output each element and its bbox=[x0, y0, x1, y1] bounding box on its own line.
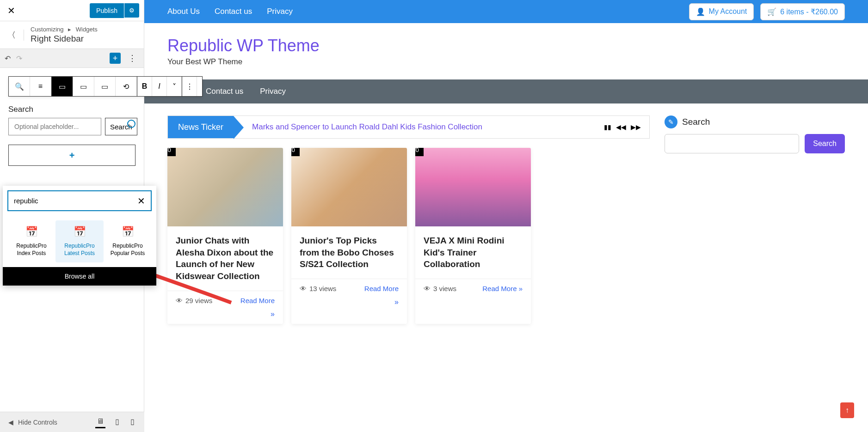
publish-settings-button[interactable]: ⚙ bbox=[124, 3, 139, 18]
post-views: 👁29 views bbox=[176, 297, 212, 304]
sidebar-search-label: Search bbox=[682, 117, 710, 127]
post-image bbox=[415, 148, 531, 226]
link-icon[interactable]: ⟲ bbox=[116, 77, 137, 96]
calendar-icon: 📅 bbox=[11, 226, 52, 238]
sidebar-search-input[interactable] bbox=[665, 134, 799, 153]
sidebar-search-button[interactable]: Search bbox=[805, 134, 845, 153]
hide-controls-label: Hide Controls bbox=[18, 419, 57, 426]
search-block-icon[interactable]: 🔍 bbox=[9, 77, 30, 96]
block-option-label: RepublicPro Latest Posts bbox=[59, 243, 100, 257]
undo-icon[interactable]: ↶ bbox=[5, 54, 11, 63]
preview-pane: About Us Contact us Privacy 👤 My Account… bbox=[144, 0, 868, 432]
top-navigation: About Us Contact us Privacy 👤 My Account… bbox=[144, 0, 868, 23]
chevron-right-icon: » bbox=[167, 310, 283, 324]
plus-icon: + bbox=[69, 150, 75, 161]
ticker-next-icon[interactable]: ▶▶ bbox=[631, 123, 641, 131]
post-badge: 0 bbox=[167, 148, 176, 156]
nav-about-us[interactable]: About Us bbox=[167, 7, 200, 16]
my-account-button[interactable]: 👤 My Account bbox=[689, 3, 754, 20]
more-options-button[interactable]: ⋮ bbox=[125, 53, 139, 63]
ticker-prev-icon[interactable]: ◀◀ bbox=[616, 123, 626, 131]
eye-icon: 👁 bbox=[176, 297, 183, 304]
layout-option-1[interactable]: ▭ bbox=[52, 77, 73, 96]
ticker-label: News Ticker bbox=[168, 116, 234, 138]
redo-icon[interactable]: ↷ bbox=[16, 54, 22, 63]
tablet-preview-button[interactable]: ▯ bbox=[114, 416, 121, 428]
cart-icon: 🛒 bbox=[767, 7, 776, 16]
post-title: Junior Chats with Alesha Dixon about the… bbox=[176, 235, 275, 282]
cart-label: 6 items - ₹260.00 bbox=[780, 7, 838, 16]
ticker-pause-icon[interactable]: ▮▮ bbox=[604, 123, 611, 131]
site-header: Republic WP Theme Your Best WP Theme bbox=[144, 23, 868, 79]
layout-option-3[interactable]: ▭ bbox=[94, 77, 116, 96]
align-icon[interactable]: ≡ bbox=[30, 77, 51, 96]
eye-icon: 👁 bbox=[424, 285, 431, 292]
post-badge: 0 bbox=[291, 148, 300, 156]
post-image bbox=[167, 148, 283, 226]
read-more-link[interactable]: Read More bbox=[240, 297, 275, 304]
search-widget-button[interactable]: Search bbox=[105, 118, 137, 135]
calendar-icon: 📅 bbox=[107, 226, 148, 238]
italic-button[interactable]: I bbox=[152, 77, 167, 96]
search-widget-label: Search bbox=[8, 105, 135, 114]
desktop-preview-button[interactable]: 🖥 bbox=[95, 416, 105, 428]
block-option-latest-posts[interactable]: 📅 RepublicPro Latest Posts bbox=[55, 220, 104, 262]
breadcrumb-sep: ▸ bbox=[68, 26, 71, 33]
edit-widget-button[interactable]: ✎ bbox=[665, 116, 677, 128]
calendar-icon: 📅 bbox=[59, 226, 100, 238]
block-option-label: RepublicPro Popular Posts bbox=[107, 243, 148, 257]
block-option-label: RepublicPro Index Posts bbox=[11, 243, 52, 257]
cart-button[interactable]: 🛒 6 items - ₹260.00 bbox=[760, 3, 845, 20]
sec-nav-item[interactable]: Privacy bbox=[260, 87, 286, 96]
insert-block-button[interactable]: + bbox=[8, 145, 135, 166]
post-card[interactable]: 0 Junior Chats with Alesha Dixon about t… bbox=[167, 148, 283, 324]
bold-button[interactable]: B bbox=[137, 77, 152, 96]
block-more-button[interactable]: ⋮ bbox=[182, 77, 197, 96]
sec-nav-item[interactable]: Contact us bbox=[206, 87, 243, 96]
clear-search-icon[interactable]: ✕ bbox=[137, 195, 145, 207]
post-title: Junior's Top Picks from the Bobo Choses … bbox=[300, 235, 399, 270]
search-placeholder-input[interactable] bbox=[8, 118, 101, 135]
inserter-search-input[interactable] bbox=[7, 190, 152, 211]
read-more-link[interactable]: Read More bbox=[364, 285, 399, 292]
post-views: 👁13 views bbox=[300, 285, 336, 292]
breadcrumb-root: Customizing bbox=[31, 26, 64, 33]
main-column: News Ticker Marks and Spencer to Launch … bbox=[167, 116, 650, 324]
block-option-index-posts[interactable]: 📅 RepublicPro Index Posts bbox=[7, 220, 55, 262]
widget-edit-area: Search Search + bbox=[0, 97, 144, 174]
close-button[interactable]: ✕ bbox=[0, 0, 22, 21]
browse-all-button[interactable]: Browse all bbox=[3, 267, 156, 286]
publish-button[interactable]: Publish bbox=[90, 3, 124, 18]
post-card[interactable]: 0 VEJA X Mini Rodini Kid's Trainer Colla… bbox=[415, 148, 531, 324]
site-title[interactable]: Republic WP Theme bbox=[167, 36, 845, 55]
editor-toolbar: ↶ ↷ + ⋮ bbox=[0, 49, 144, 68]
nav-privacy[interactable]: Privacy bbox=[267, 7, 293, 16]
bottom-controls: ◀ Hide Controls 🖥 ▯ ▯ bbox=[0, 412, 144, 432]
nav-contact-us[interactable]: Contact us bbox=[215, 7, 252, 16]
post-badge: 0 bbox=[415, 148, 424, 156]
customizer-nav: 〈 Customizing ▸ Widgets Right Sidebar bbox=[0, 21, 144, 49]
sidebar: ✎ Search Search bbox=[665, 116, 845, 324]
back-button[interactable]: 〈 bbox=[6, 30, 24, 41]
eye-icon: 👁 bbox=[300, 285, 307, 292]
layout-option-2[interactable]: ▭ bbox=[73, 77, 94, 96]
scroll-to-top-button[interactable]: ↑ bbox=[840, 402, 854, 418]
block-option-popular-posts[interactable]: 📅 RepublicPro Popular Posts bbox=[104, 220, 152, 262]
ticker-text[interactable]: Marks and Spencer to Launch Roald Dahl K… bbox=[252, 122, 604, 132]
hide-controls-button[interactable]: ◀ Hide Controls bbox=[8, 419, 57, 426]
breadcrumb: Customizing ▸ Widgets bbox=[31, 26, 98, 33]
post-title: VEJA X Mini Rodini Kid's Trainer Collabo… bbox=[424, 235, 523, 270]
breadcrumb-section: Widgets bbox=[76, 26, 98, 33]
add-block-button[interactable]: + bbox=[110, 53, 121, 64]
post-card[interactable]: 0 Junior's Top Picks from the Bobo Chose… bbox=[291, 148, 407, 324]
my-account-label: My Account bbox=[709, 7, 747, 16]
read-more-link[interactable]: Read More » bbox=[482, 285, 523, 292]
mobile-preview-button[interactable]: ▯ bbox=[129, 416, 136, 428]
site-tagline: Your Best WP Theme bbox=[167, 57, 845, 67]
chevron-left-icon: ◀ bbox=[8, 419, 13, 426]
block-inserter: ✕ 📅 RepublicPro Index Posts 📅 RepublicPr… bbox=[3, 186, 156, 286]
post-views: 👁3 views bbox=[424, 285, 456, 292]
customizer-section-title: Right Sidebar bbox=[31, 34, 98, 44]
user-icon: 👤 bbox=[696, 7, 705, 16]
more-format-button[interactable]: ˅ bbox=[167, 77, 182, 96]
